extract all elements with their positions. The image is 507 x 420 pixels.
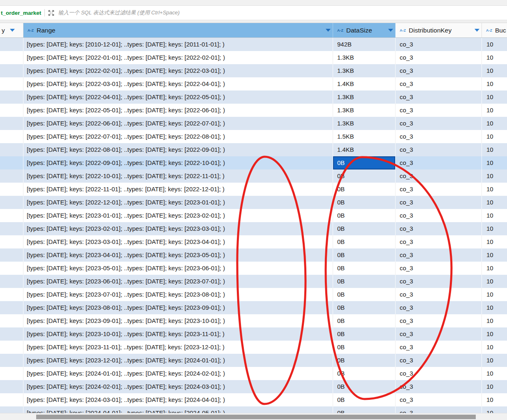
cell-datasize[interactable]: 0B — [333, 275, 396, 288]
cell-distributionkey[interactable]: co_3 — [396, 235, 482, 248]
table-row[interactable]: [types: [DATE]; keys: [2023-10-01]; ..ty… — [0, 327, 507, 341]
cell-range[interactable]: [types: [DATE]; keys: [2022-10-01]; ..ty… — [23, 169, 333, 183]
cell-buckets[interactable]: 10 — [482, 183, 507, 196]
table-row[interactable]: [types: [DATE]; keys: [2023-08-01]; ..ty… — [0, 301, 507, 314]
cell-range[interactable]: [types: [DATE]; keys: [2023-09-01]; ..ty… — [23, 314, 333, 327]
cell-datasize[interactable]: 0B — [333, 341, 396, 354]
cell-distributionkey[interactable]: co_3 — [396, 367, 482, 380]
table-row[interactable]: [types: [DATE]; keys: [2023-09-01]; ..ty… — [0, 314, 507, 327]
cell-buckets[interactable]: 10 — [482, 51, 507, 64]
cell-buckets[interactable]: 10 — [482, 196, 507, 209]
cell-range[interactable]: [types: [DATE]; keys: [2023-12-01]; ..ty… — [23, 354, 333, 367]
cell-partial-key[interactable] — [0, 406, 23, 413]
cell-datasize[interactable]: 0B — [333, 196, 396, 209]
column-header-partial-key[interactable]: y — [0, 23, 23, 37]
column-dropdown-icon[interactable] — [388, 29, 393, 32]
table-row[interactable]: [types: [DATE]; keys: [2023-06-01]; ..ty… — [0, 275, 507, 288]
cell-distributionkey[interactable]: co_3 — [396, 222, 482, 235]
cell-partial-key[interactable] — [0, 288, 23, 301]
cell-range[interactable]: [types: [DATE]; keys: [2023-08-01]; ..ty… — [23, 301, 333, 314]
cell-partial-key[interactable] — [0, 77, 23, 90]
table-row[interactable]: [types: [DATE]; keys: [2023-11-01]; ..ty… — [0, 341, 507, 354]
cell-datasize[interactable]: 1.3KB — [333, 104, 396, 117]
cell-range[interactable]: [types: [DATE]; keys: [2023-05-01]; ..ty… — [23, 262, 333, 275]
cell-datasize[interactable]: 0B — [333, 354, 396, 367]
cell-buckets[interactable]: 10 — [482, 235, 507, 248]
cell-distributionkey[interactable]: co_3 — [396, 393, 482, 406]
cell-datasize[interactable]: 1.3KB — [333, 90, 396, 104]
cell-buckets[interactable]: 10 — [482, 64, 507, 77]
cell-buckets[interactable]: 10 — [482, 130, 507, 143]
cell-distributionkey[interactable]: co_3 — [396, 51, 482, 64]
cell-distributionkey[interactable]: co_3 — [396, 130, 482, 143]
cell-buckets[interactable]: 10 — [482, 169, 507, 183]
cell-buckets[interactable]: 10 — [482, 380, 507, 393]
cell-distributionkey[interactable]: co_3 — [396, 275, 482, 288]
cell-distributionkey[interactable]: co_3 — [396, 209, 482, 222]
cell-distributionkey[interactable]: co_3 — [396, 183, 482, 196]
cell-partial-key[interactable] — [0, 222, 23, 235]
cell-range[interactable]: [types: [DATE]; keys: [2023-01-01]; ..ty… — [23, 209, 333, 222]
cell-datasize[interactable]: 0B — [333, 327, 396, 341]
table-row[interactable]: [types: [DATE]; keys: [2024-01-01]; ..ty… — [0, 367, 507, 380]
cell-datasize[interactable]: 0B — [333, 301, 396, 314]
cell-datasize[interactable]: 0B — [333, 209, 396, 222]
cell-buckets[interactable]: 10 — [482, 406, 507, 413]
cell-range[interactable]: [types: [DATE]; keys: [2022-11-01]; ..ty… — [23, 183, 333, 196]
cell-range[interactable]: [types: [DATE]; keys: [2023-07-01]; ..ty… — [23, 288, 333, 301]
cell-range[interactable]: [types: [DATE]; keys: [2024-04-01]; ..ty… — [23, 406, 333, 413]
selected-cell[interactable]: 0B — [333, 156, 396, 169]
cell-datasize[interactable]: 0B — [333, 406, 396, 413]
table-row[interactable]: [types: [DATE]; keys: [2022-02-01]; ..ty… — [0, 64, 507, 77]
table-row[interactable]: [types: [DATE]; keys: [2022-05-01]; ..ty… — [0, 104, 507, 117]
cell-buckets[interactable]: 10 — [482, 222, 507, 235]
cell-partial-key[interactable] — [0, 117, 23, 130]
table-row[interactable]: [types: [DATE]; keys: [2022-06-01]; ..ty… — [0, 117, 507, 130]
cell-distributionkey[interactable]: co_3 — [396, 327, 482, 341]
table-row[interactable]: [types: [DATE]; keys: [2010-12-01]; ..ty… — [0, 38, 507, 51]
cell-buckets[interactable]: 10 — [482, 143, 507, 156]
cell-buckets[interactable]: 10 — [482, 90, 507, 104]
column-dropdown-icon[interactable] — [326, 29, 331, 32]
cell-partial-key[interactable] — [0, 38, 23, 51]
cell-partial-key[interactable] — [0, 248, 23, 262]
cell-distributionkey[interactable]: co_3 — [396, 380, 482, 393]
cell-range[interactable]: [types: [DATE]; keys: [2022-12-01]; ..ty… — [23, 196, 333, 209]
table-row[interactable]: [types: [DATE]; keys: [2022-08-01]; ..ty… — [0, 143, 507, 156]
cell-datasize[interactable]: 1.4KB — [333, 77, 396, 90]
cell-partial-key[interactable] — [0, 196, 23, 209]
expand-icon[interactable] — [48, 9, 55, 16]
cell-buckets[interactable]: 10 — [482, 38, 507, 51]
cell-datasize[interactable]: 0B — [333, 262, 396, 275]
cell-partial-key[interactable] — [0, 183, 23, 196]
cell-distributionkey[interactable]: co_3 — [396, 64, 482, 77]
cell-distributionkey[interactable]: co_3 — [396, 104, 482, 117]
cell-partial-key[interactable] — [0, 104, 23, 117]
cell-partial-key[interactable] — [0, 156, 23, 169]
cell-datasize[interactable]: 1.4KB — [333, 143, 396, 156]
column-header-buckets[interactable]: A-ZBuc — [482, 23, 507, 37]
cell-range[interactable]: [types: [DATE]; keys: [2022-04-01]; ..ty… — [23, 90, 333, 104]
sql-filter-input[interactable]: 输入一个 SQL 表达式来过滤结果 (使用 Ctrl+Space) — [58, 9, 180, 16]
cell-partial-key[interactable] — [0, 130, 23, 143]
cell-buckets[interactable]: 10 — [482, 117, 507, 130]
table-row[interactable]: [types: [DATE]; keys: [2022-03-01]; ..ty… — [0, 77, 507, 90]
cell-distributionkey[interactable]: co_3 — [396, 38, 482, 51]
table-row[interactable]: [types: [DATE]; keys: [2023-02-01]; ..ty… — [0, 222, 507, 235]
column-header-datasize[interactable]: A-ZDataSize — [333, 23, 396, 37]
cell-range[interactable]: [types: [DATE]; keys: [2022-09-01]; ..ty… — [23, 156, 333, 169]
cell-range[interactable]: [types: [DATE]; keys: [2022-05-01]; ..ty… — [23, 104, 333, 117]
cell-range[interactable]: [types: [DATE]; keys: [2023-10-01]; ..ty… — [23, 327, 333, 341]
cell-buckets[interactable]: 10 — [482, 393, 507, 406]
cell-distributionkey[interactable]: co_3 — [396, 77, 482, 90]
cell-buckets[interactable]: 10 — [482, 275, 507, 288]
table-row[interactable]: [types: [DATE]; keys: [2023-03-01]; ..ty… — [0, 235, 507, 248]
cell-partial-key[interactable] — [0, 51, 23, 64]
table-row[interactable]: [types: [DATE]; keys: [2022-07-01]; ..ty… — [0, 130, 507, 143]
cell-distributionkey[interactable]: co_3 — [396, 248, 482, 262]
cell-partial-key[interactable] — [0, 143, 23, 156]
table-row[interactable]: [types: [DATE]; keys: [2023-05-01]; ..ty… — [0, 262, 507, 275]
horizontal-scrollbar-thumb[interactable] — [36, 415, 476, 419]
table-row[interactable]: [types: [DATE]; keys: [2022-09-01]; ..ty… — [0, 156, 507, 169]
cell-distributionkey[interactable]: co_3 — [396, 90, 482, 104]
